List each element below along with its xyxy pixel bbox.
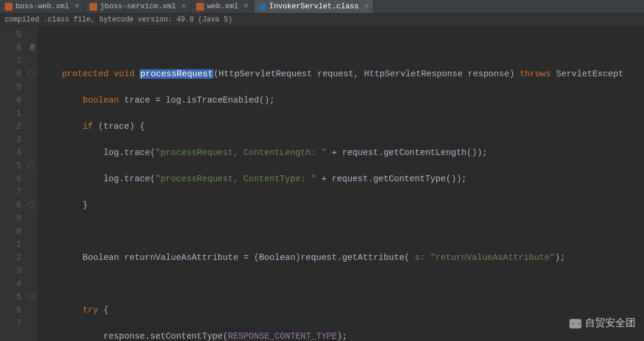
code-line: if (trace) { bbox=[38, 120, 644, 133]
code-line: Boolean returnValueAsAttribute = (Boolea… bbox=[38, 251, 644, 264]
line-number: 1 bbox=[0, 107, 36, 120]
line-number: 9 bbox=[0, 212, 36, 225]
line-number: 2 bbox=[0, 251, 36, 264]
line-number: 5 bbox=[0, 159, 36, 172]
xml-file-icon bbox=[89, 3, 97, 11]
code-line: response.setContentType(RESPONSE_CONTENT… bbox=[38, 330, 644, 341]
code-line: } bbox=[38, 199, 644, 212]
watermark-overlay: 自贸安全团 bbox=[569, 317, 636, 330]
line-number: 9 bbox=[0, 80, 36, 94]
code-line: boolean trace = log.isTraceEnabled(); bbox=[38, 94, 644, 107]
fold-handle-icon[interactable] bbox=[28, 202, 35, 208]
line-number: 4 bbox=[0, 146, 36, 159]
line-number: 7 bbox=[0, 185, 36, 199]
line-number: 1 bbox=[0, 238, 36, 251]
line-number: 0 bbox=[0, 225, 36, 238]
code-content[interactable]: protected void processRequest(HttpServle… bbox=[38, 26, 644, 341]
code-line: protected void processRequest(HttpServle… bbox=[38, 67, 644, 80]
fold-handle-icon[interactable] bbox=[28, 70, 35, 77]
close-icon[interactable]: × bbox=[362, 0, 369, 13]
code-line: log.trace("processRequest, ContentLength… bbox=[38, 146, 644, 159]
code-line bbox=[38, 225, 644, 238]
line-number-gutter: 5 6 7 8 9 0 1 2 3 4 5 6 7 8 9 0 1 2 3 4 … bbox=[0, 26, 38, 341]
line-number: 8 bbox=[0, 67, 36, 80]
line-number: 5 bbox=[0, 290, 36, 303]
line-number: 6 bbox=[0, 41, 36, 54]
line-number: 3 bbox=[0, 264, 36, 277]
tab-boss-web[interactable]: boss-web.xml× bbox=[0, 0, 85, 13]
line-number: 0 bbox=[0, 94, 36, 107]
class-file-icon bbox=[259, 3, 267, 11]
compiled-file-info-bar: compiled .class file, bytecode version: … bbox=[0, 14, 644, 26]
line-number: 7 bbox=[0, 54, 36, 67]
line-number: 4 bbox=[0, 277, 36, 290]
line-number: 3 bbox=[0, 133, 36, 146]
close-icon[interactable]: × bbox=[72, 0, 79, 13]
tab-invoker-servlet[interactable]: InvokerServlet.class× bbox=[254, 0, 374, 13]
line-number: 7 bbox=[0, 317, 36, 330]
line-number: 5 bbox=[0, 28, 36, 41]
wechat-chat-icon bbox=[569, 319, 581, 328]
xml-file-icon bbox=[196, 3, 204, 11]
line-number: 8 bbox=[0, 199, 36, 212]
editor-tabs: boss-web.xml× jboss-service.xml× web.xml… bbox=[0, 0, 644, 14]
fold-handle-icon[interactable] bbox=[28, 293, 35, 300]
code-line: try { bbox=[38, 303, 644, 317]
selected-method-name: processRequest bbox=[140, 69, 213, 79]
tab-label: boss-web.xml bbox=[16, 0, 69, 13]
tab-label: InvokerServlet.class bbox=[270, 0, 359, 13]
xml-file-icon bbox=[5, 3, 13, 11]
fold-handle-icon[interactable] bbox=[28, 162, 35, 169]
code-editor[interactable]: 5 6 7 8 9 0 1 2 3 4 5 6 7 8 9 0 1 2 3 4 … bbox=[0, 26, 644, 341]
close-icon[interactable]: × bbox=[179, 0, 186, 13]
line-number: 6 bbox=[0, 303, 36, 317]
close-icon[interactable]: × bbox=[242, 0, 249, 13]
code-line bbox=[38, 277, 644, 290]
watermark-text: 自贸安全团 bbox=[585, 317, 636, 330]
code-line: log.trace("processRequest, ContentType: … bbox=[38, 172, 644, 185]
tab-web-xml[interactable]: web.xml× bbox=[191, 0, 253, 13]
tab-jboss-service[interactable]: jboss-service.xml× bbox=[85, 0, 191, 13]
tab-label: jboss-service.xml bbox=[100, 0, 177, 13]
line-number: 2 bbox=[0, 120, 36, 133]
line-number: 6 bbox=[0, 172, 36, 185]
code-line bbox=[38, 41, 644, 54]
tab-label: web.xml bbox=[207, 0, 239, 13]
